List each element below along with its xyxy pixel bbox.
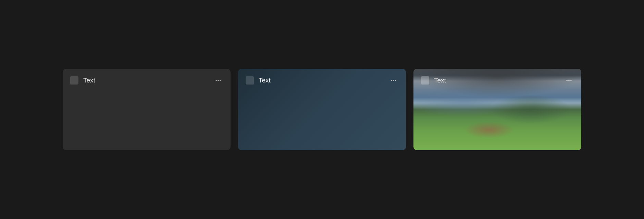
svg-point-4 xyxy=(393,80,394,81)
more-horizontal-icon xyxy=(566,77,572,84)
thumbnail-icon xyxy=(70,76,78,85)
card-container: Text Text xyxy=(63,69,581,150)
card-header: Text xyxy=(63,69,231,92)
card-header-left: Text xyxy=(70,76,95,85)
thumbnail-icon xyxy=(246,76,254,85)
card-header-left: Text xyxy=(421,76,446,85)
svg-point-3 xyxy=(391,80,392,81)
more-options-button[interactable] xyxy=(389,76,398,85)
card-item[interactable]: Text xyxy=(238,69,406,150)
card-header: Text xyxy=(413,69,581,92)
card-title: Text xyxy=(83,77,95,84)
more-options-button[interactable] xyxy=(213,76,223,85)
card-title: Text xyxy=(434,77,446,84)
svg-point-5 xyxy=(395,80,396,81)
card-item[interactable]: Text xyxy=(413,69,581,150)
card-header: Text xyxy=(238,69,406,92)
card-title: Text xyxy=(259,77,271,84)
card-header-left: Text xyxy=(246,76,271,85)
svg-point-6 xyxy=(567,80,568,81)
svg-point-0 xyxy=(216,80,217,81)
svg-point-1 xyxy=(218,80,219,81)
more-horizontal-icon xyxy=(215,77,222,84)
more-options-button[interactable] xyxy=(564,76,574,85)
card-item[interactable]: Text xyxy=(63,69,231,150)
svg-point-2 xyxy=(220,80,221,81)
svg-point-8 xyxy=(570,80,571,81)
more-horizontal-icon xyxy=(390,77,397,84)
svg-point-7 xyxy=(568,80,569,81)
thumbnail-icon xyxy=(421,76,429,85)
